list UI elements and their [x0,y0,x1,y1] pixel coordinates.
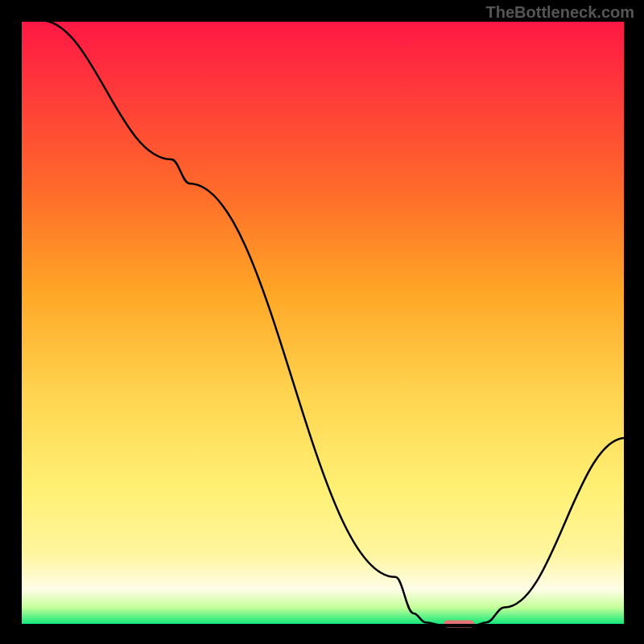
bottleneck-chart [0,0,644,644]
watermark-text: TheBottleneck.com [486,3,634,22]
chart-container: TheBottleneck.com [0,0,644,644]
plot-background [20,20,625,625]
